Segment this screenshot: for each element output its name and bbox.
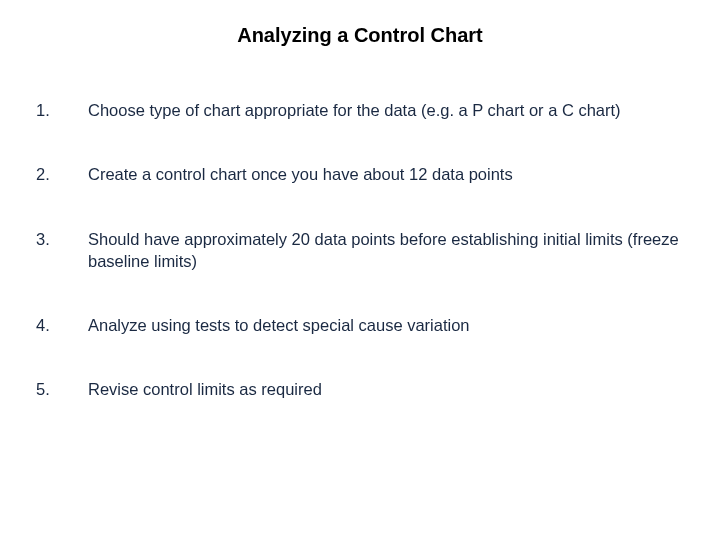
list-number: 5. [36, 378, 88, 400]
list-text: Choose type of chart appropriate for the… [88, 99, 684, 121]
list-number: 3. [36, 228, 88, 250]
list-number: 4. [36, 314, 88, 336]
list-item: 3. Should have approximately 20 data poi… [36, 228, 684, 273]
list-item: 5. Revise control limits as required [36, 378, 684, 400]
page-title: Analyzing a Control Chart [36, 24, 684, 47]
list-item: 4. Analyze using tests to detect special… [36, 314, 684, 336]
list-item: 1. Choose type of chart appropriate for … [36, 99, 684, 121]
list-text: Should have approximately 20 data points… [88, 228, 684, 273]
list-text: Analyze using tests to detect special ca… [88, 314, 684, 336]
list-item: 2. Create a control chart once you have … [36, 163, 684, 185]
list-number: 1. [36, 99, 88, 121]
list-text: Create a control chart once you have abo… [88, 163, 684, 185]
list-number: 2. [36, 163, 88, 185]
list-text: Revise control limits as required [88, 378, 684, 400]
numbered-list: 1. Choose type of chart appropriate for … [36, 99, 684, 443]
